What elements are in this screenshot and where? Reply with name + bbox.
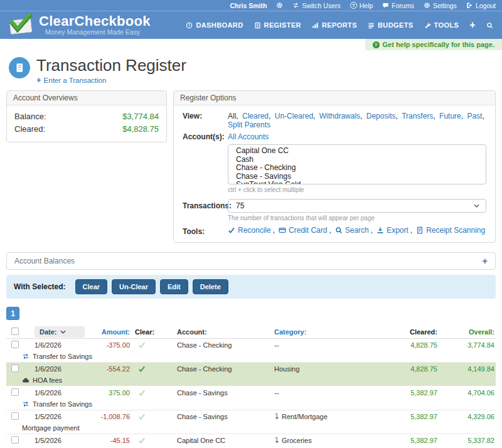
switch-users-link-label: Switch Users bbox=[302, 2, 340, 9]
tool-export[interactable]: Export bbox=[376, 226, 409, 235]
row-checkbox[interactable] bbox=[11, 365, 19, 372]
page-title-section: Transaction Register + Enter a Transacti… bbox=[0, 50, 502, 85]
accounts-multiselect[interactable]: Capital One CCCashChase - CheckingChase … bbox=[228, 144, 486, 184]
tool-receipt-scanning[interactable]: Receipt Scanning bbox=[416, 226, 485, 235]
expand-plus-icon[interactable]: + bbox=[482, 257, 488, 265]
tool-search[interactable]: Search bbox=[335, 226, 369, 235]
tx-account: Capital One CC bbox=[160, 437, 270, 444]
tx-cleared-balance: 4,828.75 bbox=[393, 341, 437, 349]
sort-amount-header[interactable]: Amount: bbox=[94, 328, 130, 336]
account-option[interactable]: Cash bbox=[236, 156, 486, 164]
nav-budgets[interactable]: BUDGETS bbox=[368, 21, 414, 29]
page-button-1[interactable]: 1 bbox=[6, 307, 19, 320]
tool-reconcile[interactable]: Reconcile bbox=[228, 226, 271, 235]
row-checkbox[interactable] bbox=[11, 341, 19, 348]
gear-icon bbox=[276, 2, 283, 9]
app-logo[interactable]: ClearCheckbook Money Management Made Eas… bbox=[9, 14, 151, 36]
tool-label: Credit Card bbox=[289, 226, 327, 235]
view-option-cleared[interactable]: Cleared bbox=[242, 112, 269, 120]
select-all-checkbox[interactable] bbox=[11, 328, 19, 335]
reports-icon bbox=[312, 22, 319, 29]
with-selected-bar: With Selected: ClearUn-ClearEditDelete bbox=[6, 275, 496, 299]
sort-date-header[interactable]: Date: bbox=[35, 326, 85, 338]
nav-add[interactable]: + bbox=[469, 19, 476, 31]
register-icon bbox=[254, 22, 261, 29]
sort-account-header[interactable]: Account: bbox=[160, 328, 270, 336]
tools-label: Tools: bbox=[183, 227, 228, 236]
view-option-split-parents[interactable]: Split Parents bbox=[228, 120, 270, 129]
view-option-past[interactable]: Past bbox=[467, 112, 482, 120]
transaction-block[interactable]: 1/5/2026 -45.15 Capital One CC Groceries… bbox=[6, 434, 496, 448]
user-gear[interactable] bbox=[276, 2, 283, 9]
view-options: All, Cleared, Un-Cleared, Withdrawals, D… bbox=[228, 112, 486, 129]
logout-link[interactable]: Logout bbox=[466, 2, 496, 9]
tx-amount: 375.00 bbox=[94, 389, 130, 397]
overview-value: $4,828.75 bbox=[122, 123, 159, 136]
clear-check-icon bbox=[138, 413, 146, 420]
account-option[interactable]: Chase - Checking bbox=[236, 164, 486, 173]
view-option-un-cleared[interactable]: Un-Cleared bbox=[275, 112, 313, 120]
tx-memo-label: Transfer to Savings bbox=[33, 400, 92, 408]
tx-overall-balance: 4,704.06 bbox=[437, 389, 496, 397]
with-selected-label: With Selected: bbox=[14, 282, 66, 291]
transaction-block[interactable]: 1/6/2026 -375.00 Chase - Checking -- 4,8… bbox=[6, 339, 496, 363]
nav-dashboard[interactable]: DASHBOARD bbox=[186, 21, 243, 29]
forums-link[interactable]: Forums bbox=[382, 2, 414, 9]
sort-category-header[interactable]: Category: bbox=[270, 328, 393, 336]
user-menu[interactable]: Chris Smith bbox=[230, 2, 267, 9]
row-checkbox[interactable] bbox=[11, 436, 19, 444]
clear-header: Clear: bbox=[130, 328, 160, 336]
account-option[interactable]: Capital One CC bbox=[236, 147, 486, 156]
nav-tools[interactable]: TOOLS bbox=[424, 21, 459, 29]
row-checkbox[interactable] bbox=[11, 412, 19, 420]
nav-reports[interactable]: REPORTS bbox=[312, 21, 357, 29]
tx-category-label: Groceries bbox=[282, 437, 312, 444]
tx-cleared-balance: 5,382.97 bbox=[393, 437, 437, 444]
app-title: ClearCheckbook bbox=[39, 14, 151, 28]
register-page-icon bbox=[9, 57, 30, 78]
transaction-block[interactable]: 1/6/2026 375.00 Chase - Savings -- 5,382… bbox=[6, 387, 496, 410]
transaction-main-row: 1/6/2026 375.00 Chase - Savings -- 5,382… bbox=[6, 387, 496, 398]
clear-button[interactable]: Clear bbox=[75, 279, 108, 294]
account-option[interactable]: Chase - Savings bbox=[236, 173, 486, 181]
edit-button[interactable]: Edit bbox=[160, 279, 188, 294]
account-option[interactable]: SunTrust Visa Gold bbox=[236, 181, 486, 184]
receipt-icon bbox=[416, 227, 424, 234]
forum-icon bbox=[382, 2, 389, 9]
delete-button[interactable]: Delete bbox=[193, 279, 228, 294]
view-option-withdrawals[interactable]: Withdrawals bbox=[319, 112, 360, 120]
settings-link-label: Settings bbox=[433, 2, 457, 9]
view-option-deposits[interactable]: Deposits bbox=[366, 112, 396, 120]
tx-account: Chase - Checking bbox=[160, 341, 270, 349]
account-balances-panel[interactable]: Account Balances + bbox=[6, 252, 496, 270]
pagination: 1 bbox=[6, 307, 496, 320]
help-link[interactable]: ?Help bbox=[350, 2, 373, 9]
row-checkbox[interactable] bbox=[11, 388, 19, 396]
nav-register[interactable]: REGISTER bbox=[254, 21, 301, 29]
un-clear-button[interactable]: Un-Clear bbox=[112, 279, 156, 294]
tx-account: Chase - Savings bbox=[160, 413, 270, 420]
date-header-label: Date: bbox=[40, 328, 57, 336]
switch-users-link[interactable]: Switch Users bbox=[292, 2, 340, 9]
view-option-future[interactable]: Future bbox=[439, 112, 461, 120]
page-help-banner[interactable]: ? Get help specifically for this page. bbox=[365, 39, 502, 50]
all-accounts-link[interactable]: All Accounts bbox=[228, 132, 269, 141]
app-tagline: Money Management Made Easy bbox=[45, 28, 151, 36]
transaction-memo-row: Transfer to Savings bbox=[6, 398, 496, 410]
transaction-block[interactable]: 1/6/2026 -554.22 Chase - Checking Housin… bbox=[6, 363, 496, 387]
search-icon bbox=[335, 227, 343, 234]
view-option-transfers[interactable]: Transfers bbox=[402, 112, 433, 120]
view-option-all[interactable]: All bbox=[228, 112, 236, 120]
nav-budgets-label: BUDGETS bbox=[378, 21, 414, 29]
enter-transaction-link[interactable]: + Enter a Transaction bbox=[36, 75, 186, 85]
tx-date: 1/5/2026 bbox=[28, 437, 94, 444]
tool-credit-card[interactable]: Credit Card bbox=[279, 226, 327, 235]
transactions-label: Transactions: bbox=[183, 201, 228, 210]
tx-cleared-balance: 5,382.97 bbox=[393, 389, 437, 397]
nav-search[interactable] bbox=[486, 22, 493, 29]
settings-link[interactable]: Settings bbox=[424, 2, 457, 9]
transaction-block[interactable]: 1/5/2026 -1,008.76 Chase - Savings Rent/… bbox=[6, 410, 496, 434]
transactions-per-page-select[interactable]: 75 bbox=[228, 199, 486, 213]
tx-amount: -375.00 bbox=[94, 341, 130, 349]
tx-amount: -554.22 bbox=[94, 365, 130, 373]
